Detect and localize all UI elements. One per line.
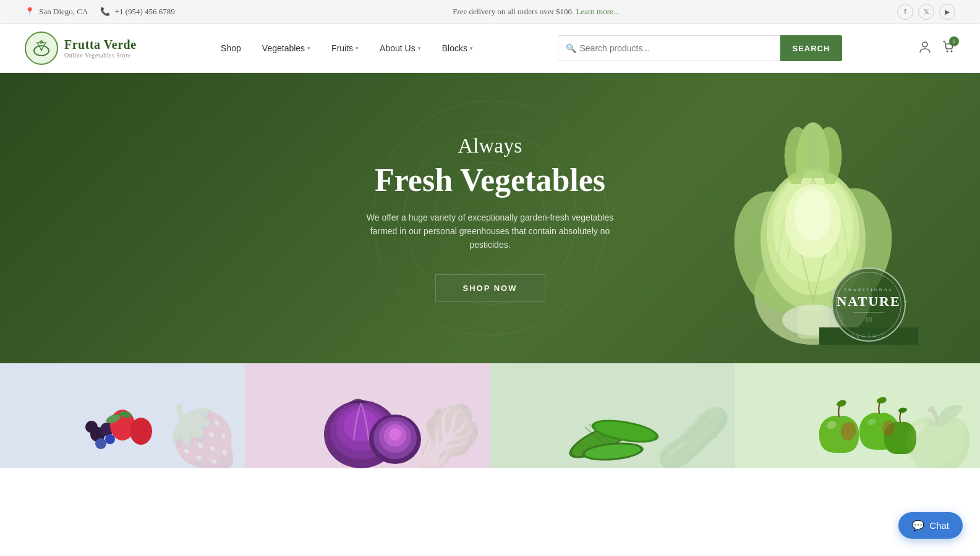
svg-point-3 <box>946 50 948 52</box>
phone-info: 📞 +1 (954) 456 6789 <box>100 7 175 17</box>
logo-icon <box>25 32 58 65</box>
svg-point-32 <box>389 428 401 440</box>
cabbage-image: 🥬 <box>245 363 490 468</box>
product-card-cucumbers[interactable]: 🥒 <box>490 363 735 468</box>
cart-badge: 0 <box>949 36 959 46</box>
search-button[interactable]: SEARCH <box>780 35 843 61</box>
watermark-cucumber: 🥒 <box>655 402 732 468</box>
watermark-strawberry: 🍓 <box>164 402 242 468</box>
search-box: 🔍 <box>558 35 780 61</box>
svg-point-4 <box>950 50 952 52</box>
chevron-down-icon: ▾ <box>418 45 421 51</box>
product-card-apples[interactable]: 🍏 <box>735 363 980 468</box>
svg-point-20 <box>95 438 106 449</box>
top-bar: 📍 San Diego, CA 📞 +1 (954) 456 6789 Free… <box>0 0 980 24</box>
location-icon: 📍 <box>25 7 35 16</box>
product-card-cabbage[interactable]: 🥬 <box>245 363 490 468</box>
hero-title: Fresh Vegetables <box>323 162 657 198</box>
header-actions: 0 <box>918 40 955 57</box>
cucumber-image: 🥒 <box>490 363 735 468</box>
svg-point-17 <box>85 421 98 433</box>
badge-text-top: TRADITIONAL <box>844 287 893 292</box>
badge-main-text: NATURE <box>837 293 900 310</box>
hero-description: We offer a huge variety of exceptionally… <box>354 211 626 252</box>
apple-image: 🍏 <box>735 363 980 468</box>
nav-blocks[interactable]: Blocks ▾ <box>433 38 482 58</box>
nature-badge: TRADITIONAL ✦ NATURE ✦ ||||||| <box>832 267 906 342</box>
search-area: 🔍 SEARCH <box>558 35 843 61</box>
watermark-cabbage: 🥬 <box>410 402 487 468</box>
facebook-button[interactable]: f <box>897 4 913 20</box>
promo-bar: Free delivery on all orders over $100. L… <box>175 7 897 17</box>
nature-badge-area: ORGANIC TRADITIONAL ✦ NATURE ✦ ||||||| <box>832 267 906 342</box>
hero-content: Always Fresh Vegetables We offer a huge … <box>274 134 707 301</box>
svg-point-43 <box>876 396 887 405</box>
search-input[interactable] <box>580 43 772 53</box>
location-info: 📍 San Diego, CA <box>25 7 88 17</box>
main-nav: Shop Vegetables ▾ Fruits ▾ About Us ▾ Bl… <box>212 38 482 58</box>
berry-image: 🍓 <box>0 363 245 468</box>
account-button[interactable] <box>918 40 932 57</box>
chevron-down-icon: ▾ <box>307 45 310 51</box>
logo-area: Frutta Verde Online Vegetables Store <box>25 32 137 65</box>
nav-about[interactable]: About Us ▾ <box>371 38 430 58</box>
svg-point-41 <box>836 399 847 408</box>
logo-svg <box>30 37 53 59</box>
top-bar-left: 📍 San Diego, CA 📞 +1 (954) 456 6789 <box>25 7 175 17</box>
shop-now-button[interactable]: SHOP NOW <box>435 274 545 302</box>
user-icon <box>918 40 932 54</box>
product-card-berries[interactable]: 🍓 <box>0 363 245 468</box>
nav-fruits[interactable]: Fruits ▾ <box>323 38 367 58</box>
svg-point-2 <box>922 42 927 47</box>
svg-point-19 <box>130 418 152 445</box>
youtube-button[interactable]: ▶ <box>939 4 955 20</box>
svg-point-12 <box>795 189 832 241</box>
nav-vegetables[interactable]: Vegetables ▾ <box>254 38 319 58</box>
cart-wrapper: 0 <box>942 40 955 57</box>
social-links: f 𝕏 ▶ <box>897 4 955 20</box>
chevron-down-icon: ▾ <box>470 45 473 51</box>
watermark-apple: 🍏 <box>900 402 977 468</box>
twitter-button[interactable]: 𝕏 <box>918 4 934 20</box>
promo-link[interactable]: Learn more... <box>576 7 620 16</box>
hero-image-area: ORGANIC TRADITIONAL ✦ NATURE ✦ ||||||| <box>696 73 931 363</box>
svg-point-1 <box>40 40 43 44</box>
chevron-down-icon: ▾ <box>356 45 359 51</box>
brand-text: Frutta Verde Online Vegetables Store <box>64 38 137 59</box>
phone-icon: 📞 <box>100 7 110 16</box>
nav-shop[interactable]: Shop <box>212 38 250 58</box>
product-grid: 🍓 🥬 <box>0 363 980 468</box>
header: Frutta Verde Online Vegetables Store Sho… <box>0 24 980 73</box>
hero-section: Always Fresh Vegetables We offer a huge … <box>0 73 980 363</box>
svg-point-21 <box>105 434 115 444</box>
search-icon: 🔍 <box>566 43 576 54</box>
hero-subtitle: Always <box>323 134 657 158</box>
